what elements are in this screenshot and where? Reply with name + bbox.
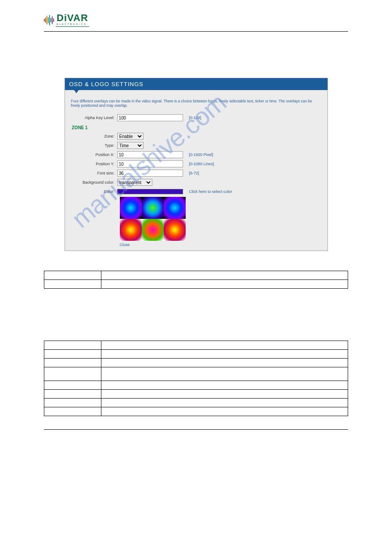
alpha-key-label: Alpha Key Level: — [71, 116, 117, 120]
logo: DiVAR ELECTRONICS — [44, 13, 89, 27]
table1-h2: Description — [101, 271, 348, 280]
zone1-heading: ZONE 1 — [72, 125, 321, 130]
footer-right: page 20 of 32 — [324, 433, 348, 438]
fontsize-hint: [8-72] — [189, 171, 199, 175]
header-doc-code: DPS-3318 rev.1.1 — [330, 16, 348, 25]
fontsize-label: Font size: — [71, 171, 117, 175]
table1-h1: Option — [44, 271, 101, 280]
type-select[interactable]: Time — [117, 142, 144, 149]
posy-hint: [0-1080 Lines] — [189, 162, 214, 166]
palette-cell[interactable] — [142, 197, 164, 219]
close-palette-link[interactable]: Close — [120, 243, 321, 247]
type-text-options-table: Option Description Position XHorizontal … — [44, 341, 348, 416]
table-row: Background colorSet a solid background c… — [44, 390, 348, 399]
zone14-heading: Zone 1 – 4: — [44, 297, 348, 303]
alpha-key-hint: [0-128] — [189, 116, 201, 120]
section-heading-osd: 4.4.1 OSD & LOGO Settings — [44, 38, 348, 45]
general-heading: General: — [44, 260, 348, 266]
table-row: ColorSelect a font color from the color … — [44, 399, 348, 407]
posy-input[interactable] — [117, 160, 183, 167]
alpha-key-input[interactable] — [117, 114, 183, 121]
type-text-heading: Type text: — [44, 330, 348, 336]
page-header: DiVAR ELECTRONICS DPS-3318 rev.1.1 — [44, 13, 348, 32]
footer-left: DIVAR Electronics Ltd. — [44, 433, 84, 438]
type-label: Type: — [71, 143, 117, 148]
table-row: Alpha Key Level Transparency of the OSD … — [44, 280, 348, 289]
posx-hint: [0-1920 Pixel] — [189, 152, 213, 157]
palette-cell[interactable] — [164, 197, 186, 219]
zone-select[interactable]: Enable — [117, 133, 144, 140]
logo-main-text: DiVAR — [57, 13, 88, 23]
general-options-table: Option Description Alpha Key Level Trans… — [44, 271, 348, 289]
screenshot-caption: OSD & LOGO SETTINGS screenshot example w… — [44, 67, 348, 73]
table2-h1: Option — [44, 341, 101, 350]
zone14-p1: Each zone has its own settings. Activate… — [44, 308, 348, 314]
intro-paragraph: Four different overlays can be made in t… — [44, 49, 348, 62]
table-row: Font sizeFont size for the text — [44, 381, 348, 390]
table-row: Position YVertical position of the text … — [44, 359, 348, 367]
page-footer: DIVAR Electronics Ltd. page 20 of 32 — [44, 429, 348, 438]
color-palette[interactable] — [120, 197, 186, 241]
table-row: Hor. ScrollIf enabled the text will move… — [44, 407, 348, 416]
osd-settings-panel: OSD & LOGO SETTINGS Four different overl… — [65, 78, 328, 251]
table-row: Position XHorizontal position of the tex… — [44, 350, 348, 359]
posx-input[interactable] — [117, 151, 183, 158]
posx-label: Position X: — [71, 152, 117, 157]
palette-cell[interactable] — [120, 197, 142, 219]
color-label: Color: — [71, 189, 117, 194]
color-swatch[interactable] — [117, 189, 183, 194]
panel-title: OSD & LOGO SETTINGS — [65, 78, 327, 90]
zone-label: Zone: — [71, 134, 117, 138]
palette-cell[interactable] — [164, 219, 186, 241]
bgcolor-label: Background color: — [71, 180, 117, 185]
panel-notch-icon — [74, 90, 79, 93]
palette-cell[interactable] — [142, 219, 164, 241]
posy-label: Position Y: — [71, 162, 117, 166]
table-row: TextThe text to show in this zone. Speci… — [44, 367, 348, 381]
palette-cell[interactable] — [120, 219, 142, 241]
panel-intro-text: Four different overlays can be made in t… — [71, 99, 321, 108]
zone14-p2: Depending on the selected type, required… — [44, 319, 348, 325]
logo-sub-text: ELECTRONICS — [57, 23, 88, 25]
color-picker-link[interactable]: Click here to select color — [189, 189, 232, 194]
soundwave-icon — [44, 14, 54, 27]
fontsize-input[interactable] — [117, 170, 183, 177]
bgcolor-select[interactable]: transparent — [117, 179, 152, 186]
table2-h2: Description — [101, 341, 348, 350]
